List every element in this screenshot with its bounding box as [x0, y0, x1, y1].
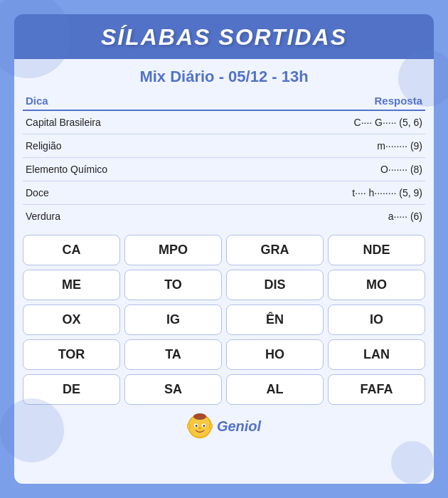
table-row: Religião m········ (9)	[23, 134, 425, 158]
table-row: Capital Brasileira C···· G····· (5, 6)	[23, 111, 425, 134]
svg-point-6	[203, 425, 205, 427]
table-body: Capital Brasileira C···· G····· (5, 6) R…	[23, 111, 425, 228]
syllable-cell[interactable]: GRA	[226, 235, 324, 265]
header: SÍLABAS SORTIDAS	[14, 14, 434, 59]
row-resposta: C···· G····· (5, 6)	[184, 117, 422, 128]
svg-point-9	[209, 423, 213, 428]
col-resposta-header: Resposta	[184, 95, 425, 107]
subtitle: Mix Diário - 05/12 - 13h	[14, 59, 434, 92]
clue-table: Dica Resposta Capital Brasileira C···· G…	[14, 92, 434, 228]
table-row: Verdura a····· (6)	[23, 205, 425, 228]
brand-name: Geniol	[217, 418, 261, 435]
table-row: Elemento Químico O······· (8)	[23, 158, 425, 181]
syllable-cell[interactable]: OX	[23, 304, 120, 335]
row-resposta: a····· (6)	[184, 211, 422, 222]
syllable-cell[interactable]: DE	[23, 374, 120, 405]
syllable-cell[interactable]: MO	[328, 270, 425, 300]
syllable-cell[interactable]: IO	[328, 304, 425, 335]
syllable-cell[interactable]: HO	[226, 339, 324, 370]
row-dica: Religião	[26, 140, 184, 152]
table-row: Doce t···· h········ (5, 9)	[23, 181, 425, 205]
syllable-cell[interactable]: IG	[124, 304, 222, 335]
syllable-cell[interactable]: DIS	[226, 270, 324, 300]
syllable-grid: CAMPOGRANDEMETODISMOOXIGÊNIOTORTAHOLANDE…	[23, 235, 425, 405]
row-dica: Doce	[26, 187, 184, 198]
page-title: SÍLABAS SORTIDAS	[21, 24, 427, 51]
syllable-cell[interactable]: AL	[226, 374, 324, 405]
row-dica: Capital Brasileira	[26, 117, 184, 128]
syllable-cell[interactable]: FAFA	[328, 374, 425, 405]
syllable-cell[interactable]: TO	[124, 270, 222, 300]
row-dica: Elemento Químico	[26, 164, 184, 175]
syllable-cell[interactable]: LAN	[328, 339, 425, 370]
row-resposta: O······· (8)	[184, 164, 422, 175]
footer: Geniol	[14, 410, 434, 439]
syllable-cell[interactable]: SA	[124, 374, 222, 405]
syllable-cell[interactable]: CA	[23, 235, 120, 265]
syllable-cell[interactable]: NDE	[328, 235, 425, 265]
main-card: Mix Diário - 05/12 - 13h Dica Resposta C…	[14, 59, 434, 484]
row-resposta: m········ (9)	[184, 140, 422, 152]
svg-point-8	[187, 423, 191, 428]
syllable-cell[interactable]: MPO	[124, 235, 222, 265]
col-dica-header: Dica	[23, 95, 184, 107]
table-header: Dica Resposta	[23, 92, 425, 111]
syllable-cell[interactable]: ME	[23, 270, 120, 300]
row-resposta: t···· h········ (5, 9)	[184, 187, 422, 198]
row-dica: Verdura	[26, 211, 184, 222]
geniol-logo-icon	[187, 413, 213, 439]
app-container: SÍLABAS SORTIDAS Mix Diário - 05/12 - 13…	[7, 7, 441, 491]
syllable-cell[interactable]: TOR	[23, 339, 120, 370]
svg-point-5	[196, 425, 198, 427]
svg-point-7	[198, 427, 201, 429]
syllable-cell[interactable]: ÊN	[226, 304, 324, 335]
syllable-cell[interactable]: TA	[124, 339, 222, 370]
